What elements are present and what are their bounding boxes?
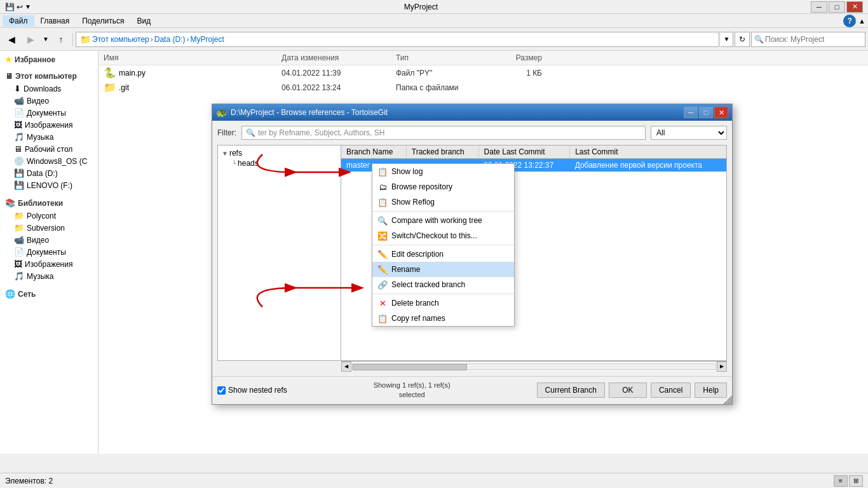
scroll-right-button[interactable]: ▶ — [717, 362, 727, 372]
show-log-label: Show log — [391, 167, 423, 176]
current-branch-button[interactable]: Current Branch — [537, 383, 605, 398]
window-title: MyProject — [31, 3, 811, 11]
col-size-header[interactable]: Размер — [478, 52, 542, 64]
breadcrumb-1[interactable]: Этот компьютер — [92, 35, 149, 44]
quick-access: 💾 ↩ ▼ — [5, 3, 31, 11]
ctx-item-switch[interactable]: 🔀 Switch/Checkout to this... — [372, 228, 514, 243]
search-input[interactable] — [765, 35, 848, 44]
dialog-maximize-button[interactable]: □ — [699, 107, 713, 118]
col-last-commit[interactable]: Last Commit — [570, 146, 726, 159]
ctx-item-browse-repo[interactable]: 🗂 Browse repository — [372, 179, 514, 194]
breadcrumb-2[interactable]: Data (D:) — [154, 35, 186, 44]
col-branch-name[interactable]: Branch Name — [341, 146, 406, 159]
sidebar-item-video[interactable]: 📹 Видео — [0, 95, 98, 107]
sidebar-item-subversion[interactable]: 📁 Subversion — [0, 222, 98, 234]
refs-heads-item[interactable]: └ heads — [220, 158, 338, 168]
scroll-thumb[interactable] — [353, 364, 467, 370]
menu-share[interactable]: Поделиться — [76, 15, 130, 27]
sidebar-item-images[interactable]: 🖼 Изображения — [0, 119, 98, 131]
images-label: Изображения — [25, 121, 72, 130]
sidebar-item-lib-music[interactable]: 🎵 Музыка — [0, 270, 98, 282]
sidebar-item-lib-docs[interactable]: 📄 Документы — [0, 246, 98, 258]
dropdown-nav-button[interactable]: ▼ — [41, 30, 51, 48]
col-date-last-commit[interactable]: Date Last Commit — [478, 146, 570, 159]
address-dropdown-button[interactable]: ▼ — [721, 32, 733, 47]
sidebar-item-downloads[interactable]: ⬇ Downloads — [0, 83, 98, 95]
windows-drive-icon: 💿 — [14, 156, 24, 166]
maximize-button[interactable]: □ — [829, 1, 845, 13]
footer-center: Showing 1 ref(s), 1 ref(s)selected — [374, 381, 451, 400]
col-date-header[interactable]: Дата изменения — [281, 52, 396, 64]
ok-button[interactable]: OK — [609, 383, 647, 398]
menu-bar: Файл Главная Поделиться Вид ? ▲ — [0, 14, 868, 28]
menu-view[interactable]: Вид — [130, 15, 157, 27]
scroll-track[interactable] — [352, 363, 716, 370]
ctx-item-show-log[interactable]: 📋 Show log — [372, 164, 514, 179]
ctx-item-compare[interactable]: 🔍 Compare with working tree — [372, 213, 514, 228]
filter-input-wrapper[interactable]: 🔍 ter by Refname, Subject, Authors, SH — [241, 126, 646, 140]
dropdown-icon[interactable]: ▼ — [25, 3, 31, 10]
dialog-minimize-button[interactable]: ─ — [684, 107, 698, 118]
file-row-git[interactable]: 📁 .git 06.01.2022 13:24 Папка с файлами — [98, 80, 868, 95]
col-name-header[interactable]: Имя — [104, 52, 281, 64]
sidebar-item-documents[interactable]: 📄 Документы — [0, 107, 98, 119]
breadcrumb-3[interactable]: MyProject — [190, 35, 224, 44]
sidebar-item-desktop[interactable]: 🖥 Рабочий стол — [0, 143, 98, 155]
close-button[interactable]: ✕ — [846, 1, 863, 13]
sidebar-item-windows[interactable]: 💿 Windows8_OS (C — [0, 155, 98, 167]
ctx-item-copy-ref[interactable]: 📋 Copy ref names — [372, 311, 514, 326]
sidebar-item-music[interactable]: 🎵 Музыка — [0, 131, 98, 143]
sidebar-header-favorites[interactable]: ★ Избранное — [0, 53, 98, 66]
ctx-item-show-reflog[interactable]: 📋 Show Reflog — [372, 194, 514, 210]
sidebar-item-lenovo[interactable]: 💾 LENOVO (F:) — [0, 179, 98, 191]
sidebar-header-network[interactable]: 🌐 Сеть — [0, 287, 98, 301]
documents-label: Документы — [27, 109, 66, 118]
ctx-item-delete-branch[interactable]: ✕ Delete branch — [372, 295, 514, 311]
lib-docs-label: Документы — [27, 248, 66, 257]
sidebar-item-polycont[interactable]: 📁 Polycont — [0, 210, 98, 222]
refresh-button[interactable]: ↻ — [735, 32, 750, 47]
scroll-left-button[interactable]: ◀ — [341, 362, 351, 372]
col-type-header[interactable]: Тип — [396, 52, 478, 64]
address-bar[interactable]: 📁 Этот компьютер › Data (D:) › MyProject — [76, 32, 719, 47]
sidebar-section-computer: 🖥 Этот компьютер ⬇ Downloads 📹 Видео 📄 Д… — [0, 70, 98, 191]
sidebar-item-lib-images[interactable]: 🖼 Изображения — [0, 258, 98, 270]
menu-file[interactable]: Файл — [3, 15, 34, 27]
menu-home[interactable]: Главная — [34, 15, 76, 27]
help-button[interactable]: Help — [695, 383, 727, 398]
show-nested-refs-label[interactable]: Show nested refs — [217, 386, 287, 395]
context-menu: 📋 Show log 🗂 Browse repository 📋 Show Re… — [372, 163, 515, 327]
ctx-item-select-tracked[interactable]: 🔗 Select tracked branch — [372, 277, 514, 292]
file-row[interactable]: 🐍 main.py 04.01.2022 11:39 Файл "PY" 1 К… — [98, 65, 868, 80]
list-view-button[interactable]: ≡ — [834, 475, 848, 487]
filter-type-select[interactable]: All — [651, 126, 727, 140]
show-nested-refs-checkbox[interactable] — [217, 386, 226, 395]
sidebar-header-computer[interactable]: 🖥 Этот компьютер — [0, 70, 98, 83]
search-box[interactable]: 🔍 — [751, 32, 865, 47]
cancel-button[interactable]: Cancel — [651, 383, 691, 398]
lib-music-icon: 🎵 — [14, 271, 24, 281]
undo-icon[interactable]: ↩ — [17, 3, 23, 11]
col-tracked-branch[interactable]: Tracked branch — [406, 146, 478, 159]
sidebar-item-lib-video[interactable]: 📹 Видео — [0, 234, 98, 246]
help-icon[interactable]: ? — [843, 15, 856, 27]
up-button[interactable]: ↑ — [52, 30, 70, 48]
resize-corner[interactable] — [723, 395, 732, 404]
show-reflog-icon: 📋 — [377, 197, 388, 207]
forward-button[interactable]: ▶ — [22, 30, 39, 48]
minimize-button[interactable]: ─ — [811, 1, 827, 13]
collapse-ribbon-icon[interactable]: ▲ — [858, 17, 865, 25]
sidebar-header-libraries[interactable]: 📚 Библиотеки — [0, 196, 98, 210]
horizontal-scrollbar[interactable]: ◀ ▶ — [341, 361, 727, 371]
back-button[interactable]: ◀ — [3, 30, 20, 48]
save-icon[interactable]: 💾 — [5, 3, 15, 11]
ctx-item-rename[interactable]: ✏️ Rename — [372, 262, 514, 277]
ctx-item-edit-desc[interactable]: ✏️ Edit description — [372, 247, 514, 262]
show-nested-refs-text: Show nested refs — [228, 386, 287, 395]
dialog-close-button[interactable]: ✕ — [714, 107, 728, 118]
sidebar-item-data[interactable]: 💾 Data (D:) — [0, 167, 98, 179]
downloads-icon: ⬇ — [14, 84, 21, 93]
refs-root-item[interactable]: ▼ refs — [220, 148, 338, 158]
window: 💾 ↩ ▼ MyProject ─ □ ✕ Файл Главная Подел… — [0, 0, 868, 488]
grid-view-button[interactable]: ⊞ — [849, 475, 863, 487]
